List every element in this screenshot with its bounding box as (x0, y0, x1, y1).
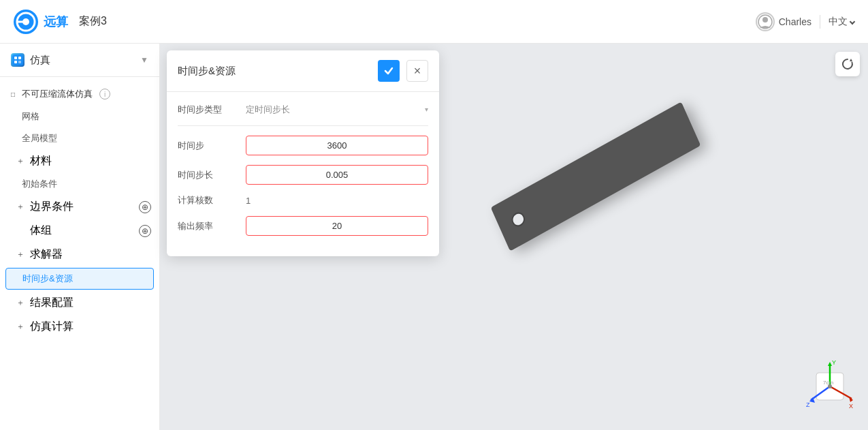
plus-icon-material: ＋ (16, 155, 26, 167)
form-row-compute-cores: 计算核数 1 (178, 194, 428, 206)
form-row-timestep-type: 时间步类型 定时间步长 ▾ (178, 103, 428, 126)
compute-cores-value: 1 (246, 191, 251, 210)
svg-rect-6 (12, 55, 23, 65)
sidebar-item-timestep-label: 时间步&资源 (22, 273, 73, 285)
sidebar-item-boundary-label: 边界条件 (30, 200, 74, 214)
form-label-timestep-length: 时间步长 (178, 169, 246, 181)
timestep-length-input[interactable] (246, 165, 428, 185)
timestep-input[interactable] (246, 136, 428, 155)
3d-plate (484, 127, 707, 226)
header-left: 远算 案例3 (14, 10, 107, 34)
svg-rect-10 (18, 61, 21, 63)
form-label-compute-cores: 计算核数 (178, 194, 246, 206)
info-icon: i (99, 89, 110, 99)
plate-body (491, 102, 701, 251)
header-divider (820, 15, 820, 29)
reset-view-button[interactable] (835, 52, 860, 76)
dialog-header: 时间步&资源 × (167, 50, 439, 92)
add-boundary-button[interactable]: ⊕ (139, 201, 151, 213)
sidebar-group-header-incompressible[interactable]: □ 不可压缩流体仿真 i (0, 82, 159, 106)
form-label-timestep: 时间步 (178, 140, 246, 152)
sidebar-item-boundary[interactable]: ＋ 边界条件 ⊕ (0, 195, 159, 219)
dialog-body: 时间步类型 定时间步长 ▾ 时间步 时间步长 (167, 92, 439, 256)
sidebar-item-sim-calc-label: 仿真计算 (30, 320, 74, 334)
form-row-output-freq: 输出频率 (178, 216, 428, 236)
sidebar-item-global-model-label: 全局模型 (22, 132, 57, 144)
sidebar-collapse-button[interactable]: ▼ (140, 55, 148, 65)
form-value-timestep-length (246, 165, 428, 185)
svg-rect-7 (14, 57, 17, 59)
form-label-output-freq: 输出频率 (178, 220, 246, 232)
sidebar-item-result-label: 结果配置 (30, 296, 74, 310)
timestep-dialog: 时间步&资源 × 时间步类型 定时间步长 ▾ (167, 50, 439, 256)
sidebar-item-global-model[interactable]: 全局模型 (0, 127, 159, 149)
output-freq-input[interactable] (246, 216, 428, 236)
user-name: Charles (779, 16, 811, 27)
sidebar-item-mesh-label: 网格 (22, 110, 39, 123)
sidebar-header: 仿真 ▼ (0, 44, 159, 77)
logo-icon (14, 10, 38, 34)
language-label: 中文 (829, 16, 848, 28)
sidebar-item-initial-condition[interactable]: 初始条件 (0, 173, 159, 195)
select-arrow-icon: ▾ (425, 106, 428, 113)
chevron-down-icon (850, 18, 855, 24)
sidebar: 仿真 ▼ □ 不可压缩流体仿真 i 网格 全局模型 ＋ 材料 (0, 44, 160, 430)
header: 远算 案例3 Charles 中文 (0, 0, 868, 44)
sidebar-item-body[interactable]: 体组 ⊕ (0, 219, 159, 243)
sidebar-item-material-label: 材料 (30, 154, 52, 168)
form-value-output-freq (246, 216, 428, 236)
axis-indicator: Y Z X 7cm (803, 359, 857, 414)
sidebar-item-timestep[interactable]: 时间步&资源 (5, 268, 154, 290)
sidebar-item-material[interactable]: ＋ 材料 (0, 149, 159, 173)
sidebar-items: □ 不可压缩流体仿真 i 网格 全局模型 ＋ 材料 初始条件 (0, 77, 159, 430)
sidebar-item-solver[interactable]: ＋ 求解器 (0, 243, 159, 266)
logo-text: 远算 (44, 14, 68, 30)
simulation-icon (11, 53, 25, 67)
user-info: Charles (756, 12, 811, 31)
svg-text:X: X (849, 403, 853, 410)
svg-text:Y: Y (832, 359, 836, 366)
sidebar-item-initial-condition-label: 初始条件 (22, 178, 57, 190)
sidebar-title: 仿真 (30, 54, 50, 67)
form-value-compute-cores: 1 (246, 194, 428, 206)
plate-hole (509, 210, 527, 229)
logo: 远算 (14, 10, 68, 34)
language-selector[interactable]: 中文 (829, 16, 854, 28)
form-row-timestep-length: 时间步长 (178, 165, 428, 185)
svg-rect-9 (14, 61, 17, 63)
axis-svg: Y Z X 7cm (803, 359, 857, 414)
sidebar-item-body-label: 体组 (30, 224, 52, 238)
sidebar-group-incompressible: □ 不可压缩流体仿真 i 网格 全局模型 ＋ 材料 初始条件 (0, 82, 159, 339)
form-value-timestep-type[interactable]: 定时间步长 (246, 103, 425, 116)
dialog-title: 时间步&资源 (178, 65, 371, 78)
viewport: 时间步&资源 × 时间步类型 定时间步长 ▾ (160, 44, 868, 430)
sidebar-item-mesh[interactable]: 网格 (0, 106, 159, 127)
plus-icon-solver: ＋ (16, 249, 26, 260)
plus-icon-result: ＋ (16, 297, 26, 309)
form-row-timestep: 时间步 (178, 136, 428, 155)
plus-icon-sim-calc: ＋ (16, 321, 26, 333)
expand-icon: □ (8, 89, 18, 99)
select-value-timestep-type: 定时间步长 (246, 104, 290, 114)
svg-text:7cm: 7cm (823, 380, 833, 386)
form-value-timestep (246, 136, 428, 155)
dialog-close-button[interactable]: × (406, 60, 428, 82)
sidebar-item-result[interactable]: ＋ 结果配置 (0, 291, 159, 315)
close-icon: × (414, 64, 421, 78)
svg-text:Z: Z (806, 401, 810, 408)
group-label-incompressible: 不可压缩流体仿真 (22, 88, 93, 100)
svg-point-5 (762, 17, 768, 22)
svg-rect-8 (18, 57, 21, 59)
sidebar-item-solver-label: 求解器 (30, 247, 63, 262)
form-label-timestep-type: 时间步类型 (178, 104, 246, 116)
case-title: 案例3 (79, 14, 107, 29)
user-avatar-icon (756, 12, 775, 31)
add-body-button[interactable]: ⊕ (139, 225, 151, 237)
header-right: Charles 中文 (756, 12, 854, 31)
sidebar-item-sim-calc[interactable]: ＋ 仿真计算 (0, 315, 159, 339)
plus-icon-boundary: ＋ (16, 201, 26, 213)
dialog-confirm-button[interactable] (378, 60, 400, 82)
main-content: 仿真 ▼ □ 不可压缩流体仿真 i 网格 全局模型 ＋ 材料 (0, 44, 868, 430)
